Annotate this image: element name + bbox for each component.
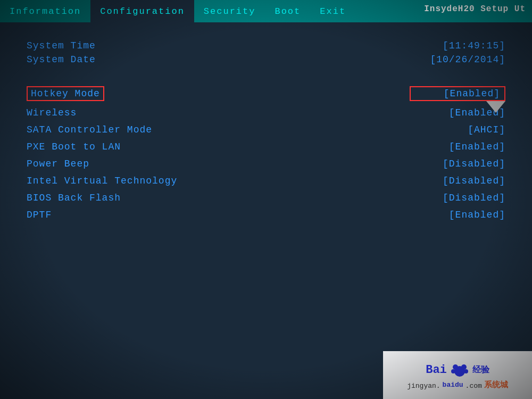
menu-item-information[interactable]: Information [0,0,90,22]
bios-flash-label: BIOS Back Flash [27,193,121,203]
menu-item-security[interactable]: Security [194,0,265,22]
sata-value: [AHCI] [410,124,505,135]
setting-row-hotkey[interactable]: Hotkey Mode [Enabled] [27,83,505,104]
power-beep-value: [Disabled] [410,159,505,169]
system-time-row: System Time System Date [11:49:15] [10/2… [27,38,505,67]
menu-label-information: Information [10,6,81,16]
system-values: [11:49:15] [10/26/2014] [410,40,505,65]
menu-item-boot[interactable]: Boot [265,0,310,22]
system-labels: System Time System Date [27,40,96,65]
setting-row-bios-flash[interactable]: BIOS Back Flash [Disabled] [27,189,505,206]
vt-label: Intel Virtual Technology [27,176,177,186]
bios-brand: InsydeH20 Setup Ut [418,0,532,18]
svg-point-1 [453,364,458,370]
baidu-paw-icon [450,361,469,380]
system-date-label: System Date [27,54,96,65]
menu-item-configuration[interactable]: Configuration [90,0,194,22]
menu-label-boot: Boot [275,6,301,16]
menu-label-configuration: Configuration [100,6,185,16]
watermark-url-suffix: .com [466,382,482,390]
main-content: System Time System Date [11:49:15] [10/2… [0,22,532,234]
watermark: Bai 经验 jingyan. baidu .com 系统城 [383,351,532,399]
svg-point-3 [451,369,455,373]
system-time-value: [11:49:15] [410,40,505,51]
system-date-value: [10/26/2014] [410,54,505,65]
pxe-value: [Enabled] [410,142,505,152]
vt-value: [Disabled] [410,176,505,186]
hotkey-label: Hotkey Mode [27,86,104,101]
setting-row-dptf[interactable]: DPTF [Enabled] [27,206,505,223]
svg-point-4 [464,369,468,373]
svg-point-2 [461,364,467,370]
menu-label-exit: Exit [320,6,346,16]
sata-label: SATA Controller Mode [27,124,152,135]
jingyan-label: 经验 [472,364,489,376]
power-beep-label: Power Beep [27,159,89,169]
setting-row-wireless[interactable]: Wireless [Enabled] [27,104,505,121]
wireless-label: Wireless [27,107,77,118]
watermark-url-row: jingyan. baidu .com 系统城 [407,380,508,390]
setting-row-vt[interactable]: Intel Virtual Technology [Disabled] [27,172,505,189]
watermark-logo-row: Bai 经验 [426,361,489,380]
bios-flash-value: [Disabled] [410,193,505,203]
setting-row-sata[interactable]: SATA Controller Mode [AHCI] [27,121,505,138]
system-time-label: System Time [27,40,96,51]
setting-row-power-beep[interactable]: Power Beep [Disabled] [27,155,505,172]
menu-label-security: Security [204,6,256,16]
hotkey-value: [Enabled] [410,86,505,101]
dptf-label: DPTF [27,210,52,220]
arrow-indicator [486,101,505,113]
bios-screen: Information Configuration Security Boot … [0,0,532,399]
settings-table: Hotkey Mode [Enabled] Wireless [Enabled]… [27,83,505,223]
menu-bar: Information Configuration Security Boot … [0,0,532,22]
pxe-label: PXE Boot to LAN [27,142,121,152]
xitong-label: 系统城 [484,380,508,390]
baidu-url-part: baidu [443,381,463,389]
menu-item-exit[interactable]: Exit [310,0,355,22]
dptf-value: [Enabled] [410,210,505,220]
setting-row-pxe[interactable]: PXE Boot to LAN [Enabled] [27,138,505,155]
baidu-text: Bai [426,363,447,377]
watermark-url-text: jingyan. [407,382,440,390]
